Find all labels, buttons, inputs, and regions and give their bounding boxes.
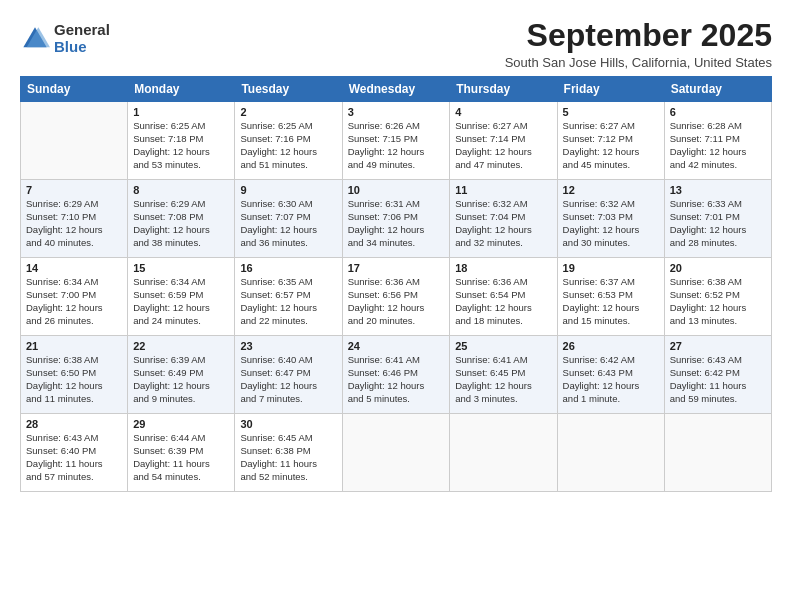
header: General Blue September 2025 South San Jo… bbox=[20, 18, 772, 70]
day-number: 12 bbox=[563, 184, 659, 196]
day-info: Sunrise: 6:39 AMSunset: 6:49 PMDaylight:… bbox=[133, 354, 229, 405]
calendar-cell: 24Sunrise: 6:41 AMSunset: 6:46 PMDayligh… bbox=[342, 336, 450, 414]
day-number: 1 bbox=[133, 106, 229, 118]
day-info: Sunrise: 6:34 AMSunset: 7:00 PMDaylight:… bbox=[26, 276, 122, 327]
day-number: 18 bbox=[455, 262, 551, 274]
calendar-cell bbox=[450, 414, 557, 492]
day-info: Sunrise: 6:36 AMSunset: 6:54 PMDaylight:… bbox=[455, 276, 551, 327]
day-info: Sunrise: 6:32 AMSunset: 7:04 PMDaylight:… bbox=[455, 198, 551, 249]
day-number: 20 bbox=[670, 262, 766, 274]
day-number: 21 bbox=[26, 340, 122, 352]
day-info: Sunrise: 6:40 AMSunset: 6:47 PMDaylight:… bbox=[240, 354, 336, 405]
calendar-week-2: 7Sunrise: 6:29 AMSunset: 7:10 PMDaylight… bbox=[21, 180, 772, 258]
calendar-cell bbox=[557, 414, 664, 492]
calendar-cell: 9Sunrise: 6:30 AMSunset: 7:07 PMDaylight… bbox=[235, 180, 342, 258]
day-info: Sunrise: 6:38 AMSunset: 6:50 PMDaylight:… bbox=[26, 354, 122, 405]
calendar-cell: 22Sunrise: 6:39 AMSunset: 6:49 PMDayligh… bbox=[128, 336, 235, 414]
calendar-week-1: 1Sunrise: 6:25 AMSunset: 7:18 PMDaylight… bbox=[21, 102, 772, 180]
day-info: Sunrise: 6:43 AMSunset: 6:42 PMDaylight:… bbox=[670, 354, 766, 405]
day-number: 24 bbox=[348, 340, 445, 352]
col-sunday: Sunday bbox=[21, 77, 128, 102]
calendar-cell: 13Sunrise: 6:33 AMSunset: 7:01 PMDayligh… bbox=[664, 180, 771, 258]
day-info: Sunrise: 6:33 AMSunset: 7:01 PMDaylight:… bbox=[670, 198, 766, 249]
day-number: 30 bbox=[240, 418, 336, 430]
col-friday: Friday bbox=[557, 77, 664, 102]
calendar-cell: 30Sunrise: 6:45 AMSunset: 6:38 PMDayligh… bbox=[235, 414, 342, 492]
day-number: 26 bbox=[563, 340, 659, 352]
logo-blue-text: Blue bbox=[54, 39, 110, 56]
day-info: Sunrise: 6:36 AMSunset: 6:56 PMDaylight:… bbox=[348, 276, 445, 327]
day-number: 25 bbox=[455, 340, 551, 352]
day-number: 28 bbox=[26, 418, 122, 430]
day-number: 7 bbox=[26, 184, 122, 196]
day-number: 3 bbox=[348, 106, 445, 118]
calendar-cell: 14Sunrise: 6:34 AMSunset: 7:00 PMDayligh… bbox=[21, 258, 128, 336]
month-title: September 2025 bbox=[505, 18, 772, 53]
calendar-cell: 20Sunrise: 6:38 AMSunset: 6:52 PMDayligh… bbox=[664, 258, 771, 336]
day-number: 15 bbox=[133, 262, 229, 274]
day-number: 23 bbox=[240, 340, 336, 352]
day-info: Sunrise: 6:30 AMSunset: 7:07 PMDaylight:… bbox=[240, 198, 336, 249]
calendar-cell: 8Sunrise: 6:29 AMSunset: 7:08 PMDaylight… bbox=[128, 180, 235, 258]
day-info: Sunrise: 6:34 AMSunset: 6:59 PMDaylight:… bbox=[133, 276, 229, 327]
day-info: Sunrise: 6:32 AMSunset: 7:03 PMDaylight:… bbox=[563, 198, 659, 249]
day-number: 8 bbox=[133, 184, 229, 196]
col-wednesday: Wednesday bbox=[342, 77, 450, 102]
day-number: 17 bbox=[348, 262, 445, 274]
calendar-cell: 21Sunrise: 6:38 AMSunset: 6:50 PMDayligh… bbox=[21, 336, 128, 414]
calendar-cell: 4Sunrise: 6:27 AMSunset: 7:14 PMDaylight… bbox=[450, 102, 557, 180]
day-info: Sunrise: 6:29 AMSunset: 7:10 PMDaylight:… bbox=[26, 198, 122, 249]
calendar-cell: 11Sunrise: 6:32 AMSunset: 7:04 PMDayligh… bbox=[450, 180, 557, 258]
calendar-week-4: 21Sunrise: 6:38 AMSunset: 6:50 PMDayligh… bbox=[21, 336, 772, 414]
day-info: Sunrise: 6:29 AMSunset: 7:08 PMDaylight:… bbox=[133, 198, 229, 249]
day-number: 16 bbox=[240, 262, 336, 274]
calendar-cell: 25Sunrise: 6:41 AMSunset: 6:45 PMDayligh… bbox=[450, 336, 557, 414]
day-number: 13 bbox=[670, 184, 766, 196]
col-saturday: Saturday bbox=[664, 77, 771, 102]
day-info: Sunrise: 6:42 AMSunset: 6:43 PMDaylight:… bbox=[563, 354, 659, 405]
logo-general-text: General bbox=[54, 22, 110, 39]
calendar-cell: 19Sunrise: 6:37 AMSunset: 6:53 PMDayligh… bbox=[557, 258, 664, 336]
calendar-cell: 12Sunrise: 6:32 AMSunset: 7:03 PMDayligh… bbox=[557, 180, 664, 258]
calendar-cell: 18Sunrise: 6:36 AMSunset: 6:54 PMDayligh… bbox=[450, 258, 557, 336]
day-number: 9 bbox=[240, 184, 336, 196]
calendar-cell: 27Sunrise: 6:43 AMSunset: 6:42 PMDayligh… bbox=[664, 336, 771, 414]
col-tuesday: Tuesday bbox=[235, 77, 342, 102]
calendar-cell: 16Sunrise: 6:35 AMSunset: 6:57 PMDayligh… bbox=[235, 258, 342, 336]
day-info: Sunrise: 6:43 AMSunset: 6:40 PMDaylight:… bbox=[26, 432, 122, 483]
calendar-cell: 7Sunrise: 6:29 AMSunset: 7:10 PMDaylight… bbox=[21, 180, 128, 258]
col-thursday: Thursday bbox=[450, 77, 557, 102]
day-info: Sunrise: 6:26 AMSunset: 7:15 PMDaylight:… bbox=[348, 120, 445, 171]
day-number: 22 bbox=[133, 340, 229, 352]
calendar-cell: 17Sunrise: 6:36 AMSunset: 6:56 PMDayligh… bbox=[342, 258, 450, 336]
day-info: Sunrise: 6:38 AMSunset: 6:52 PMDaylight:… bbox=[670, 276, 766, 327]
day-info: Sunrise: 6:25 AMSunset: 7:18 PMDaylight:… bbox=[133, 120, 229, 171]
day-info: Sunrise: 6:44 AMSunset: 6:39 PMDaylight:… bbox=[133, 432, 229, 483]
calendar: Sunday Monday Tuesday Wednesday Thursday… bbox=[20, 76, 772, 492]
col-monday: Monday bbox=[128, 77, 235, 102]
day-number: 14 bbox=[26, 262, 122, 274]
day-info: Sunrise: 6:28 AMSunset: 7:11 PMDaylight:… bbox=[670, 120, 766, 171]
day-number: 11 bbox=[455, 184, 551, 196]
location: South San Jose Hills, California, United… bbox=[505, 55, 772, 70]
day-info: Sunrise: 6:25 AMSunset: 7:16 PMDaylight:… bbox=[240, 120, 336, 171]
calendar-header-row: Sunday Monday Tuesday Wednesday Thursday… bbox=[21, 77, 772, 102]
calendar-cell: 29Sunrise: 6:44 AMSunset: 6:39 PMDayligh… bbox=[128, 414, 235, 492]
logo-text: General Blue bbox=[54, 22, 110, 55]
calendar-cell: 6Sunrise: 6:28 AMSunset: 7:11 PMDaylight… bbox=[664, 102, 771, 180]
logo: General Blue bbox=[20, 22, 110, 55]
day-info: Sunrise: 6:27 AMSunset: 7:14 PMDaylight:… bbox=[455, 120, 551, 171]
day-info: Sunrise: 6:35 AMSunset: 6:57 PMDaylight:… bbox=[240, 276, 336, 327]
calendar-cell bbox=[21, 102, 128, 180]
day-number: 2 bbox=[240, 106, 336, 118]
day-number: 29 bbox=[133, 418, 229, 430]
day-info: Sunrise: 6:37 AMSunset: 6:53 PMDaylight:… bbox=[563, 276, 659, 327]
calendar-cell bbox=[664, 414, 771, 492]
calendar-cell: 3Sunrise: 6:26 AMSunset: 7:15 PMDaylight… bbox=[342, 102, 450, 180]
calendar-cell: 15Sunrise: 6:34 AMSunset: 6:59 PMDayligh… bbox=[128, 258, 235, 336]
calendar-week-5: 28Sunrise: 6:43 AMSunset: 6:40 PMDayligh… bbox=[21, 414, 772, 492]
day-info: Sunrise: 6:41 AMSunset: 6:45 PMDaylight:… bbox=[455, 354, 551, 405]
day-info: Sunrise: 6:31 AMSunset: 7:06 PMDaylight:… bbox=[348, 198, 445, 249]
day-info: Sunrise: 6:45 AMSunset: 6:38 PMDaylight:… bbox=[240, 432, 336, 483]
calendar-week-3: 14Sunrise: 6:34 AMSunset: 7:00 PMDayligh… bbox=[21, 258, 772, 336]
